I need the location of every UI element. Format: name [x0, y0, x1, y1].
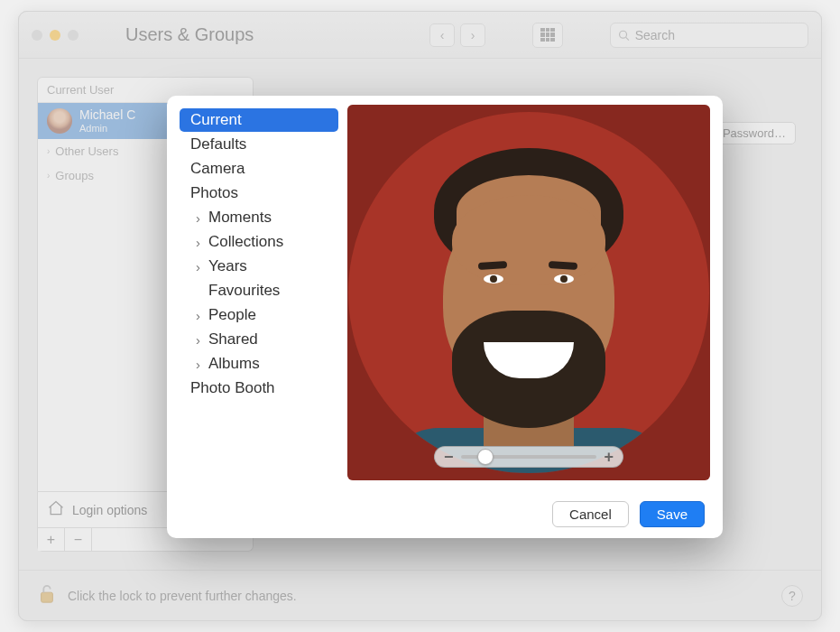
zoom-thumb[interactable] — [477, 449, 494, 465]
forward-button[interactable]: › — [460, 23, 485, 47]
source-current[interactable]: Current — [180, 108, 338, 132]
groups-label: Groups — [55, 169, 94, 182]
avatar-icon — [47, 108, 72, 134]
lock-text: Click the lock to prevent further change… — [68, 589, 297, 603]
source-collections[interactable]: Collections — [180, 230, 338, 254]
photo-crop-frame[interactable]: − + — [347, 105, 710, 480]
house-icon — [47, 499, 65, 520]
source-defaults[interactable]: Defaults — [180, 133, 338, 156]
preview-pane: − + — [347, 96, 723, 489]
source-camera[interactable]: Camera — [180, 157, 338, 181]
chevron-right-icon: › — [47, 171, 50, 181]
close-window-button[interactable] — [32, 30, 42, 41]
photo-circle-mask — [348, 112, 709, 473]
source-shared[interactable]: Shared — [180, 328, 338, 351]
chevron-right-icon: › — [47, 146, 50, 156]
search-input[interactable] — [635, 28, 800, 42]
zoom-out-icon[interactable]: − — [444, 449, 454, 465]
search-field[interactable] — [610, 23, 808, 48]
window-footer: Click the lock to prevent further change… — [19, 570, 821, 620]
dialog-footer: Cancel Save — [167, 489, 723, 538]
source-albums[interactable]: Albums — [180, 352, 338, 376]
lock-icon[interactable] — [37, 582, 57, 609]
source-photos[interactable]: Photos — [180, 181, 338, 205]
search-icon — [618, 29, 630, 42]
source-moments[interactable]: Moments — [180, 206, 338, 229]
minimize-window-button[interactable] — [50, 30, 60, 41]
source-photo-booth[interactable]: Photo Booth — [180, 376, 338, 400]
login-options-label: Login options — [72, 503, 147, 517]
picture-picker-dialog: Current Defaults Camera Photos Moments C… — [167, 96, 723, 538]
back-button[interactable]: ‹ — [429, 23, 455, 47]
remove-user-button[interactable]: − — [65, 528, 92, 551]
source-favourites[interactable]: Favourites — [180, 279, 338, 302]
svg-line-1 — [626, 37, 629, 40]
user-role: Admin — [79, 123, 135, 134]
save-button[interactable]: Save — [640, 501, 705, 527]
help-button[interactable]: ? — [781, 585, 803, 607]
other-users-label: Other Users — [55, 144, 118, 158]
svg-point-0 — [620, 31, 627, 38]
nav-buttons: ‹ › — [429, 23, 485, 47]
zoom-slider[interactable]: − + — [434, 446, 623, 468]
source-years[interactable]: Years — [180, 255, 338, 278]
cancel-button[interactable]: Cancel — [552, 501, 629, 527]
source-list: Current Defaults Camera Photos Moments C… — [167, 96, 347, 489]
add-user-button[interactable]: + — [38, 528, 65, 551]
zoom-track[interactable] — [461, 455, 597, 459]
zoom-window-button[interactable] — [68, 30, 78, 41]
zoom-in-icon[interactable]: + — [604, 449, 614, 465]
dialog-body: Current Defaults Camera Photos Moments C… — [167, 96, 723, 489]
svg-rect-2 — [42, 592, 53, 602]
titlebar: Users & Groups ‹ › — [19, 12, 821, 59]
show-all-button[interactable] — [532, 23, 563, 48]
window-controls — [32, 30, 78, 41]
window-title: Users & Groups — [125, 24, 254, 45]
user-name: Michael C — [79, 108, 135, 122]
source-people[interactable]: People — [180, 303, 338, 327]
grid-icon — [540, 28, 555, 42]
